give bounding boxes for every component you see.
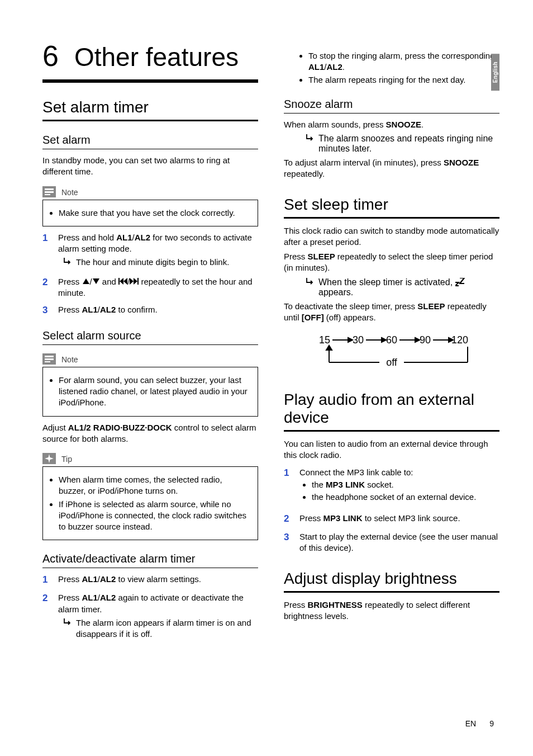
steps-set-alarm: 1 Press and hold AL1/AL2 for two seconds… (42, 232, 258, 317)
note-label: Note (61, 188, 78, 197)
svg-marker-23 (382, 338, 386, 342)
result-text: The alarm icon appears if alarm timer is… (76, 617, 258, 640)
result-text: When the sleep timer is activated, appea… (318, 277, 499, 297)
svg-text:60: 60 (386, 334, 397, 346)
note-callout: Note For alarm sound, you can select buz… (42, 353, 258, 417)
h2-external: Play audio from an external device (284, 391, 499, 432)
steps-activate: 1 Press AL1/AL2 to view alarm settings. … (42, 574, 258, 642)
svg-text:90: 90 (420, 334, 431, 346)
step-text: Press and hold (58, 233, 116, 242)
al2: AL2 (135, 233, 150, 242)
p-snooze2: To adjust alarm interval (in minutes), p… (284, 157, 499, 180)
note-item: For alarm sound, you can select buzzer, … (59, 375, 250, 409)
step-number: 1 (42, 232, 50, 271)
zz-icon (455, 277, 465, 287)
result-arrow-icon (306, 134, 314, 154)
result-arrow-icon (306, 277, 314, 297)
footer-page-number: 9 (489, 719, 494, 728)
svg-text:30: 30 (353, 334, 364, 346)
prev-icon (118, 277, 127, 286)
chapter-number: 6 (42, 39, 59, 73)
column-left: 6 Other features Set alarm timer Set ala… (42, 34, 258, 648)
p-sleep1: This clock radio can switch to standby m… (284, 225, 499, 248)
sleep-timer-diagram: 15 30 60 90 120 off (284, 333, 499, 375)
p-sleep2: Press SLEEP repeatedly to select the sle… (284, 251, 499, 274)
step-number: 1 (284, 467, 292, 508)
list-item: To stop the ringing alarm, press the cor… (308, 50, 499, 73)
language-tab: English (491, 54, 499, 91)
p-brightness: Press BRIGHTNESS repeatedly to select di… (284, 599, 499, 622)
next-icon (130, 277, 139, 286)
note-icon (42, 186, 57, 199)
note-item: Make sure that you have set the clock co… (59, 207, 250, 219)
tip-label: Tip (61, 455, 72, 464)
list-item: the headphone socket of an external devi… (312, 492, 499, 503)
right-top-bullets: To stop the ringing alarm, press the cor… (284, 50, 499, 86)
h3-activate: Activate/deactivate alarm timer (42, 552, 258, 568)
al1: AL1 (116, 233, 132, 242)
h2-sleep: Set sleep timer (284, 196, 499, 219)
result-arrow-icon (64, 617, 72, 640)
column-right: To stop the ringing alarm, press the cor… (284, 34, 499, 648)
result-arrow-icon (64, 257, 72, 268)
up-icon (82, 277, 90, 286)
note-label: Note (61, 355, 78, 364)
tip-icon (42, 453, 57, 465)
result-text: The hour and minute digits begin to blin… (76, 257, 229, 268)
step-number: 3 (284, 531, 292, 554)
h3-snooze: Snooze alarm (284, 98, 499, 114)
chapter-title: 6 Other features (42, 39, 258, 83)
page: 6 Other features Set alarm timer Set ala… (0, 0, 533, 670)
h2-brightness: Adjust display brightness (284, 570, 499, 593)
p-sleep3: To deactivate the sleep timer, press SLE… (284, 301, 499, 324)
tip-item: If iPhone is selected as alarm source, w… (59, 499, 250, 533)
page-footer: EN 9 (465, 719, 494, 728)
h3-set-alarm: Set alarm (42, 134, 258, 149)
p-adjust: Adjust AL1/2 RADIO·BUZZ·DOCK control to … (42, 422, 258, 445)
svg-marker-25 (415, 338, 420, 342)
list-item: The alarm repeats ringing for the next d… (308, 74, 499, 86)
p-intro: In standby mode, you can set two alarms … (42, 155, 258, 178)
step-number: 2 (284, 513, 292, 526)
p-snooze: When alarm sounds, press SNOOZE. (284, 119, 499, 130)
step-number: 2 (42, 592, 50, 642)
tip-callout: Tip When alarm time comes, the selected … (42, 452, 258, 540)
svg-marker-21 (348, 338, 353, 342)
list-item: the MP3 LINK socket. (312, 479, 499, 490)
result-text: The alarm snoozes and repeats ringing ni… (318, 134, 499, 154)
svg-text:15: 15 (319, 334, 330, 346)
step-number: 2 (42, 276, 50, 299)
p-external: You can listen to audio from an external… (284, 438, 499, 461)
svg-text:off: off (386, 357, 398, 368)
tip-item: When alarm time comes, the selected radi… (59, 474, 250, 497)
chapter-name: Other features (74, 42, 239, 72)
step-number: 1 (42, 574, 50, 587)
note-callout: Note Make sure that you have set the clo… (42, 186, 258, 226)
svg-marker-32 (326, 346, 332, 350)
footer-lang: EN (465, 719, 476, 728)
h3-select-source: Select alarm source (42, 329, 258, 345)
h2-set-alarm-timer: Set alarm timer (42, 98, 258, 121)
step-number: 3 (42, 304, 50, 317)
note-icon (42, 353, 57, 366)
down-icon (92, 277, 100, 286)
steps-external: 1 Connect the MP3 link cable to: the MP3… (284, 467, 499, 554)
